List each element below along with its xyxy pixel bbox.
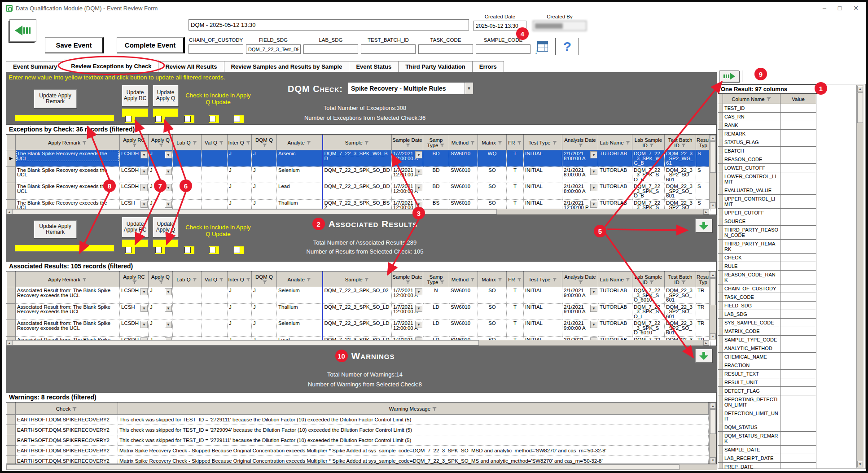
row-selector[interactable] [719,353,723,361]
cell[interactable]: PREP_DATE [723,463,780,469]
cell[interactable] [780,172,816,186]
cell[interactable]: LAB_RECEIPT_DATE [723,454,780,463]
cell[interactable]: ANALYTIC_METHOD [723,344,780,353]
row-selector[interactable] [719,138,723,147]
cell[interactable]: T [507,320,524,337]
cell[interactable]: J [252,166,277,183]
row-selector[interactable] [7,320,16,337]
cell[interactable]: J [228,166,252,183]
filter-icon[interactable] [263,143,267,148]
dropdown-button[interactable]: ▼ [590,321,597,328]
column-header[interactable]: Matrix [478,272,507,287]
cell[interactable]: J [252,320,277,337]
filter-icon[interactable] [82,140,87,145]
cell[interactable]: 2/1/2021 9:00:00 A▼ [562,320,598,337]
dropdown-button[interactable]: ▼ [590,201,597,208]
row-selector[interactable] [719,271,723,285]
minimize-button[interactable]: – [823,4,826,12]
cell[interactable] [780,254,816,262]
cell[interactable] [173,287,202,304]
row-selector[interactable]: ▶ [7,150,16,167]
lab-sdg-input[interactable] [303,44,358,54]
column-header[interactable]: Test Batch ID [665,272,696,287]
field-sdg-input[interactable] [246,44,301,54]
dropdown-button[interactable]: ▼ [415,321,422,328]
cell[interactable]: The Blank Spike Recovery exceeds the UCL [16,166,120,183]
filter-icon[interactable] [159,143,164,148]
cell[interactable] [173,320,202,337]
filter-icon[interactable] [432,407,437,411]
cell[interactable] [780,155,816,164]
filter-icon[interactable] [246,277,251,282]
cell[interactable]: 1/7/2021 12:00:00 A▼ [392,183,423,200]
dropdown-button[interactable]: ▼ [165,168,172,175]
column-header[interactable]: Apply RC [120,272,149,287]
cell[interactable]: UPPER_CUTOFF [723,209,780,217]
update-apply-q-button[interactable]: Update Apply Q [153,85,179,106]
column-header[interactable]: FR [507,135,524,150]
cell[interactable]: The Blank Spike Recovery exceeds the UCL [16,183,120,200]
filter-icon[interactable] [219,140,224,145]
cell[interactable]: LOWER_CUTOFF [723,164,780,172]
row-selector[interactable] [719,113,723,121]
cell[interactable]: S [696,150,710,167]
cell[interactable]: LCSDH▼ [120,183,149,200]
row-selector[interactable] [7,183,16,200]
cell[interactable] [780,454,816,463]
cell[interactable]: LAB_SDG [723,310,780,319]
cell[interactable]: TR [696,287,710,304]
cell[interactable] [780,186,816,195]
export-associated-button[interactable] [695,219,712,232]
cell[interactable] [780,138,816,147]
row-selector[interactable] [719,240,723,254]
cell[interactable]: CHEMICAL_NAME [723,353,780,361]
cell[interactable]: 1/7/2021 12:00:00 A▼ [392,150,423,167]
cell[interactable]: LOWER_CONTROL_LIMIT [723,172,780,186]
column-header[interactable]: Method [449,135,478,150]
cell[interactable]: DQM_STATUS [723,423,780,432]
row-selector[interactable] [719,409,723,423]
cell[interactable]: TEST_ID [723,104,780,113]
cell[interactable]: Associated Result from: The Blank Spike … [16,303,120,320]
column-header[interactable]: Apply Q [149,272,173,287]
cell[interactable]: RESULT_TEXT [723,370,780,378]
update-apply-q-button[interactable]: Update Apply Q [153,217,179,237]
include-checkbox[interactable] [125,115,135,123]
cell[interactable]: S [696,166,710,183]
column-header[interactable]: FR [507,272,524,287]
filter-icon[interactable] [82,277,87,282]
cell[interactable]: TUTORLAB [598,166,632,183]
column-header[interactable]: Analysis Date [562,135,598,150]
cell[interactable]: 1/7/2021 12:00:00 A▼ [392,303,423,320]
apply-remark-input[interactable] [15,114,114,122]
tab-errors[interactable]: Errors [472,61,504,72]
cell[interactable]: SO [478,166,507,183]
filter-icon[interactable] [193,277,197,282]
cell[interactable]: SYS_SAMPLE_CODE [723,319,780,327]
dropdown-button[interactable]: ▼ [415,201,422,208]
chevron-down-icon[interactable]: ▼ [465,83,473,94]
cell[interactable] [780,378,816,387]
cell[interactable]: RESULT_UNIT [723,378,780,387]
complete-event-button[interactable]: Complete Event [117,37,185,53]
cell[interactable]: 2/1/2021 9:00:00 A▼ [562,287,598,304]
cell[interactable]: EBATCH [723,147,780,155]
column-header[interactable]: Check [16,403,118,415]
cell[interactable]: EARTHSOFT.DQM.SPIKERECOVERY2 [16,456,118,464]
row-selector[interactable] [719,186,723,195]
row-selector[interactable] [719,395,723,409]
column-header[interactable]: Sample [323,272,392,287]
cell[interactable] [780,271,816,285]
column-header[interactable]: Inter Q [228,272,252,287]
include-checkbox[interactable] [155,246,165,254]
cell[interactable]: INITIAL [524,183,562,200]
column-header[interactable]: Val Q [202,272,228,287]
cell[interactable]: DQM_7_22_3_SPK_SO_6010 [632,320,665,337]
dropdown-button[interactable]: ▼ [165,201,172,208]
row-selector[interactable] [719,130,723,138]
cell[interactable]: SW6010 [449,287,478,304]
tab-third-party-validation[interactable]: Third Party Validation [398,61,473,72]
cell[interactable]: TUTORLAB [598,150,632,167]
dropdown-button[interactable]: ▼ [165,184,172,191]
row-selector[interactable] [719,361,723,370]
